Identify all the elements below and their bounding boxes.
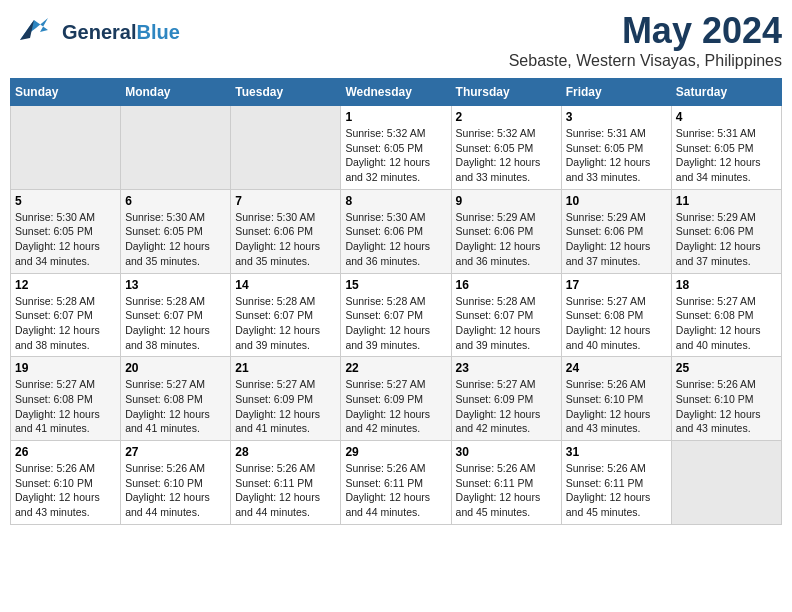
day-number: 5: [15, 194, 116, 208]
day-cell: 13Sunrise: 5:28 AMSunset: 6:07 PMDayligh…: [121, 273, 231, 357]
day-info: Sunrise: 5:29 AMSunset: 6:06 PMDaylight:…: [676, 210, 777, 269]
day-cell: 24Sunrise: 5:26 AMSunset: 6:10 PMDayligh…: [561, 357, 671, 441]
day-info: Sunrise: 5:29 AMSunset: 6:06 PMDaylight:…: [456, 210, 557, 269]
weekday-header-monday: Monday: [121, 79, 231, 106]
day-info: Sunrise: 5:30 AMSunset: 6:05 PMDaylight:…: [125, 210, 226, 269]
day-cell: 5Sunrise: 5:30 AMSunset: 6:05 PMDaylight…: [11, 189, 121, 273]
day-cell: [121, 106, 231, 190]
day-cell: 31Sunrise: 5:26 AMSunset: 6:11 PMDayligh…: [561, 441, 671, 525]
day-info: Sunrise: 5:30 AMSunset: 6:05 PMDaylight:…: [15, 210, 116, 269]
week-row-0: 1Sunrise: 5:32 AMSunset: 6:05 PMDaylight…: [11, 106, 782, 190]
month-title: May 2024: [509, 10, 782, 52]
day-cell: 28Sunrise: 5:26 AMSunset: 6:11 PMDayligh…: [231, 441, 341, 525]
weekday-header-friday: Friday: [561, 79, 671, 106]
day-number: 28: [235, 445, 336, 459]
day-number: 6: [125, 194, 226, 208]
day-cell: 19Sunrise: 5:27 AMSunset: 6:08 PMDayligh…: [11, 357, 121, 441]
day-cell: 11Sunrise: 5:29 AMSunset: 6:06 PMDayligh…: [671, 189, 781, 273]
day-cell: [671, 441, 781, 525]
day-info: Sunrise: 5:26 AMSunset: 6:10 PMDaylight:…: [125, 461, 226, 520]
day-cell: 1Sunrise: 5:32 AMSunset: 6:05 PMDaylight…: [341, 106, 451, 190]
day-info: Sunrise: 5:32 AMSunset: 6:05 PMDaylight:…: [345, 126, 446, 185]
day-cell: 25Sunrise: 5:26 AMSunset: 6:10 PMDayligh…: [671, 357, 781, 441]
day-number: 16: [456, 278, 557, 292]
day-number: 29: [345, 445, 446, 459]
location-title: Sebaste, Western Visayas, Philippines: [509, 52, 782, 70]
day-number: 23: [456, 361, 557, 375]
day-cell: 23Sunrise: 5:27 AMSunset: 6:09 PMDayligh…: [451, 357, 561, 441]
day-number: 7: [235, 194, 336, 208]
day-number: 22: [345, 361, 446, 375]
week-row-3: 19Sunrise: 5:27 AMSunset: 6:08 PMDayligh…: [11, 357, 782, 441]
day-number: 18: [676, 278, 777, 292]
week-row-1: 5Sunrise: 5:30 AMSunset: 6:05 PMDaylight…: [11, 189, 782, 273]
day-info: Sunrise: 5:26 AMSunset: 6:11 PMDaylight:…: [566, 461, 667, 520]
day-number: 31: [566, 445, 667, 459]
day-number: 27: [125, 445, 226, 459]
day-info: Sunrise: 5:28 AMSunset: 6:07 PMDaylight:…: [235, 294, 336, 353]
day-cell: 10Sunrise: 5:29 AMSunset: 6:06 PMDayligh…: [561, 189, 671, 273]
weekday-header-sunday: Sunday: [11, 79, 121, 106]
day-cell: 20Sunrise: 5:27 AMSunset: 6:08 PMDayligh…: [121, 357, 231, 441]
day-number: 21: [235, 361, 336, 375]
page-header: GeneralBlue May 2024 Sebaste, Western Vi…: [10, 10, 782, 70]
day-cell: 12Sunrise: 5:28 AMSunset: 6:07 PMDayligh…: [11, 273, 121, 357]
day-cell: 29Sunrise: 5:26 AMSunset: 6:11 PMDayligh…: [341, 441, 451, 525]
day-info: Sunrise: 5:32 AMSunset: 6:05 PMDaylight:…: [456, 126, 557, 185]
week-row-2: 12Sunrise: 5:28 AMSunset: 6:07 PMDayligh…: [11, 273, 782, 357]
day-info: Sunrise: 5:28 AMSunset: 6:07 PMDaylight:…: [345, 294, 446, 353]
logo-icon: [10, 10, 58, 54]
day-cell: 22Sunrise: 5:27 AMSunset: 6:09 PMDayligh…: [341, 357, 451, 441]
day-info: Sunrise: 5:31 AMSunset: 6:05 PMDaylight:…: [676, 126, 777, 185]
day-info: Sunrise: 5:31 AMSunset: 6:05 PMDaylight:…: [566, 126, 667, 185]
day-info: Sunrise: 5:27 AMSunset: 6:09 PMDaylight:…: [345, 377, 446, 436]
day-number: 10: [566, 194, 667, 208]
day-cell: 15Sunrise: 5:28 AMSunset: 6:07 PMDayligh…: [341, 273, 451, 357]
calendar-body: 1Sunrise: 5:32 AMSunset: 6:05 PMDaylight…: [11, 106, 782, 525]
day-cell: 18Sunrise: 5:27 AMSunset: 6:08 PMDayligh…: [671, 273, 781, 357]
day-info: Sunrise: 5:26 AMSunset: 6:10 PMDaylight:…: [566, 377, 667, 436]
day-info: Sunrise: 5:27 AMSunset: 6:08 PMDaylight:…: [15, 377, 116, 436]
day-number: 20: [125, 361, 226, 375]
day-number: 11: [676, 194, 777, 208]
day-info: Sunrise: 5:28 AMSunset: 6:07 PMDaylight:…: [15, 294, 116, 353]
day-number: 24: [566, 361, 667, 375]
day-info: Sunrise: 5:28 AMSunset: 6:07 PMDaylight:…: [456, 294, 557, 353]
day-cell: 17Sunrise: 5:27 AMSunset: 6:08 PMDayligh…: [561, 273, 671, 357]
day-info: Sunrise: 5:27 AMSunset: 6:09 PMDaylight:…: [235, 377, 336, 436]
weekday-header-row: SundayMondayTuesdayWednesdayThursdayFrid…: [11, 79, 782, 106]
day-info: Sunrise: 5:30 AMSunset: 6:06 PMDaylight:…: [345, 210, 446, 269]
day-info: Sunrise: 5:28 AMSunset: 6:07 PMDaylight:…: [125, 294, 226, 353]
day-cell: 7Sunrise: 5:30 AMSunset: 6:06 PMDaylight…: [231, 189, 341, 273]
logo-text: GeneralBlue: [62, 21, 180, 43]
day-info: Sunrise: 5:26 AMSunset: 6:10 PMDaylight:…: [15, 461, 116, 520]
day-cell: 6Sunrise: 5:30 AMSunset: 6:05 PMDaylight…: [121, 189, 231, 273]
day-cell: 16Sunrise: 5:28 AMSunset: 6:07 PMDayligh…: [451, 273, 561, 357]
weekday-header-thursday: Thursday: [451, 79, 561, 106]
day-number: 26: [15, 445, 116, 459]
day-cell: [11, 106, 121, 190]
day-number: 17: [566, 278, 667, 292]
day-info: Sunrise: 5:26 AMSunset: 6:10 PMDaylight:…: [676, 377, 777, 436]
weekday-header-saturday: Saturday: [671, 79, 781, 106]
day-number: 1: [345, 110, 446, 124]
logo: GeneralBlue: [10, 10, 180, 54]
day-number: 8: [345, 194, 446, 208]
day-number: 12: [15, 278, 116, 292]
day-info: Sunrise: 5:26 AMSunset: 6:11 PMDaylight:…: [456, 461, 557, 520]
day-number: 9: [456, 194, 557, 208]
day-number: 30: [456, 445, 557, 459]
day-cell: 30Sunrise: 5:26 AMSunset: 6:11 PMDayligh…: [451, 441, 561, 525]
day-cell: 26Sunrise: 5:26 AMSunset: 6:10 PMDayligh…: [11, 441, 121, 525]
day-cell: 4Sunrise: 5:31 AMSunset: 6:05 PMDaylight…: [671, 106, 781, 190]
day-number: 2: [456, 110, 557, 124]
day-cell: 9Sunrise: 5:29 AMSunset: 6:06 PMDaylight…: [451, 189, 561, 273]
weekday-header-tuesday: Tuesday: [231, 79, 341, 106]
weekday-header-wednesday: Wednesday: [341, 79, 451, 106]
day-cell: [231, 106, 341, 190]
day-cell: 2Sunrise: 5:32 AMSunset: 6:05 PMDaylight…: [451, 106, 561, 190]
day-number: 15: [345, 278, 446, 292]
day-info: Sunrise: 5:26 AMSunset: 6:11 PMDaylight:…: [345, 461, 446, 520]
day-number: 3: [566, 110, 667, 124]
day-cell: 14Sunrise: 5:28 AMSunset: 6:07 PMDayligh…: [231, 273, 341, 357]
